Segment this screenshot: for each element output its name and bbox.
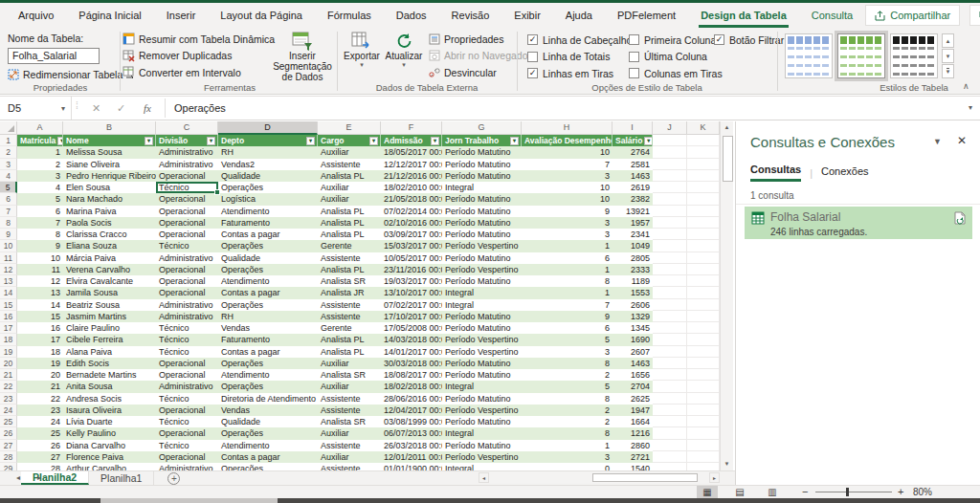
empty-cell[interactable] [687, 206, 720, 217]
cell[interactable]: 14 [17, 299, 63, 311]
column-header-b[interactable]: B [63, 121, 156, 135]
filter-dropdown-icon[interactable]: ▾ [207, 137, 215, 145]
cell[interactable]: Operacional [156, 193, 218, 205]
cell[interactable]: 27 [17, 451, 63, 463]
empty-cell[interactable] [653, 135, 687, 146]
empty-cell[interactable] [653, 440, 687, 451]
cell[interactable]: Isaura Oliveira [63, 405, 156, 416]
filter-dropdown-icon[interactable]: ▾ [369, 137, 378, 145]
checkbox-linhas-em-tiras[interactable]: ✓Linhas em Tiras [527, 66, 613, 80]
horizontal-scrollbar[interactable]: ◂ ▸ [479, 472, 720, 483]
share-button[interactable]: Compartilhar [865, 5, 960, 26]
page-break-view-icon[interactable]: ▥ [762, 486, 783, 498]
tab-pdfelement[interactable]: PDFelement [605, 3, 688, 28]
cell[interactable]: Integral [442, 299, 522, 311]
cell[interactable]: 8 [522, 358, 612, 369]
cell[interactable]: 2704 [612, 381, 653, 392]
cell[interactable]: 6 [17, 206, 63, 217]
cell[interactable]: Integral [442, 463, 522, 470]
cell[interactable]: 12/04/2017 00:00 [381, 405, 442, 416]
cell[interactable]: 4 [17, 182, 63, 193]
cell[interactable]: Vendas [218, 322, 318, 334]
cell[interactable]: 18/08/2017 00:00 [381, 369, 442, 381]
empty-cell[interactable] [653, 287, 687, 298]
sheet-nav-right-icon[interactable]: ▸ [29, 471, 50, 485]
empty-cell[interactable] [653, 146, 687, 158]
vertical-scrollbar-thumb[interactable] [723, 136, 733, 182]
zoom-slider-thumb[interactable] [846, 488, 849, 496]
filter-dropdown-icon[interactable]: ▾ [431, 137, 439, 145]
cell[interactable]: Elvira Cavalcante [63, 275, 156, 287]
cell[interactable]: Melissa Sousa [63, 146, 156, 158]
cell[interactable]: Assistente [318, 393, 381, 405]
cell[interactable]: Contas a pagar [218, 287, 318, 298]
row-number[interactable]: 29 [0, 463, 17, 470]
cell[interactable]: Período Matutino [442, 311, 522, 322]
cell[interactable]: Período Matutino [442, 440, 522, 451]
cell[interactable]: Beatriz Sousa [63, 299, 156, 311]
cell[interactable]: Vendas2 [218, 159, 318, 170]
cell[interactable]: 1189 [612, 275, 653, 287]
cell[interactable]: 1 [17, 146, 63, 158]
filter-dropdown-icon[interactable]: ▾ [510, 137, 519, 145]
cell[interactable]: Analista PL [318, 229, 381, 240]
cell[interactable]: Técnico [156, 416, 218, 427]
unchecked-checkbox-icon[interactable] [527, 52, 538, 62]
cell[interactable]: 18/02/2010 00:00 [381, 182, 442, 193]
cell[interactable]: Kelly Paulino [63, 427, 156, 439]
cell[interactable]: 2805 [612, 252, 653, 264]
cell[interactable]: Florence Paiva [63, 451, 156, 463]
row-number[interactable]: 3 [0, 159, 17, 170]
cell[interactable]: Administrativo [156, 159, 218, 170]
cell[interactable]: Nara Machado [63, 193, 156, 205]
cell[interactable]: 10 [17, 252, 63, 264]
checkbox-linha-de-totais[interactable]: Linha de Totais [527, 50, 610, 64]
filter-dropdown-icon[interactable]: ▾ [145, 137, 153, 145]
cell[interactable]: 28 [17, 463, 63, 470]
empty-cell[interactable] [687, 334, 720, 345]
cell[interactable]: Período Vespertino [442, 264, 522, 275]
empty-cell[interactable] [687, 170, 720, 182]
collapse-ribbon-icon[interactable]: ∧ [963, 81, 969, 91]
cell[interactable]: 7 [522, 159, 612, 170]
cell[interactable]: 06/07/2013 00:00 [381, 427, 442, 439]
cell[interactable]: Período Vespertino [442, 334, 522, 345]
cell[interactable]: Auxiliar [318, 427, 381, 439]
cell[interactable]: 07/02/2014 00:00 [381, 206, 442, 217]
checkbox-botao-filtrar[interactable]: ✓Botão Filtrar [714, 33, 784, 47]
cell[interactable]: 07/02/2017 00:00 [381, 299, 442, 311]
cell[interactable]: Atendimento [218, 275, 318, 287]
cell[interactable]: Analista PL [318, 264, 381, 275]
fill-handle[interactable] [214, 189, 220, 195]
cell[interactable]: 03/09/2017 00:00 [381, 229, 442, 240]
filter-dropdown-icon[interactable]: ▾ [306, 137, 315, 145]
cell[interactable]: 7 [522, 299, 612, 311]
empty-cell[interactable] [653, 427, 687, 439]
empty-cell[interactable] [653, 311, 687, 322]
cell[interactable]: 26/03/2018 00:00 [381, 440, 442, 451]
row-number[interactable]: 18 [0, 334, 17, 345]
cell[interactable]: 7 [17, 217, 63, 229]
cell[interactable]: 21/05/2018 00:00 [381, 193, 442, 205]
table-style-dark[interactable] [890, 33, 938, 78]
cell[interactable]: 13/10/2017 00:00 [381, 287, 442, 298]
cell[interactable]: 10 [522, 182, 612, 193]
cell[interactable]: Operacional [156, 264, 218, 275]
cell[interactable]: 02/10/2016 00:00 [381, 217, 442, 229]
tab-formulas[interactable]: Fórmulas [315, 3, 384, 28]
cell[interactable]: 22 [17, 393, 63, 405]
cell[interactable]: Operacional [156, 451, 218, 463]
cell[interactable]: Período Matutino [442, 393, 522, 405]
empty-cell[interactable] [653, 334, 687, 345]
cell[interactable]: Operacional [156, 427, 218, 439]
row-number[interactable]: 6 [0, 193, 17, 205]
cell[interactable]: 9 [522, 311, 612, 322]
cell[interactable]: 24 [17, 416, 63, 427]
cell[interactable]: 13921 [612, 206, 653, 217]
cell[interactable]: 1049 [612, 240, 653, 252]
refresh-button[interactable]: Atualizar ▾ [383, 32, 425, 69]
cell[interactable]: Administrativo [156, 252, 218, 264]
empty-cell[interactable] [653, 229, 687, 240]
pane-close-icon[interactable]: ✕ [957, 134, 967, 147]
cell[interactable]: Operacional [156, 405, 218, 416]
